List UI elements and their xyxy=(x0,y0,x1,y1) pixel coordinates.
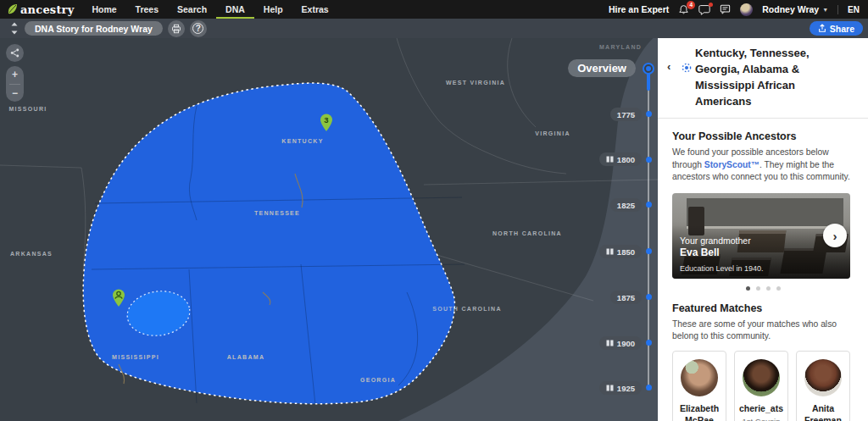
timeline-dot[interactable] xyxy=(646,202,652,208)
coastline-area xyxy=(398,38,658,421)
ancestor-name: Eva Bell xyxy=(680,247,764,260)
nav-separator xyxy=(837,5,838,14)
dna-community-map[interactable]: MISSOURI KENTUCKY WEST VIRGINIA VIRGINIA… xyxy=(0,38,658,421)
map-share-button[interactable] xyxy=(6,44,24,62)
match-card[interactable]: Anita Freeman 2nd Cousin xyxy=(796,351,850,421)
share-label: Share xyxy=(830,24,854,34)
nav-item-home[interactable]: Home xyxy=(82,0,125,19)
match-card[interactable]: Elizabeth McRae 1st Cousin xyxy=(672,351,726,421)
timeline-year-1850[interactable]: 1850 xyxy=(599,245,642,258)
community-dot-icon xyxy=(682,63,692,73)
timeline-current-marker[interactable] xyxy=(643,63,654,75)
community-title: Kentucky, Tennessee, Georgia, Alabama & … xyxy=(695,46,853,109)
ancestry-leaf-icon xyxy=(7,3,18,15)
storyscout-link[interactable]: StoryScout™ xyxy=(704,160,760,169)
notifications-button[interactable]: 4 xyxy=(678,4,689,15)
possible-ancestors-section: Your Possible Ancestors We found your po… xyxy=(658,130,868,183)
featured-matches-section: Featured Matches These are some of your … xyxy=(658,302,868,343)
timeline-dot[interactable] xyxy=(646,385,652,391)
story-card-text: Your grandmother Eva Bell Education Leve… xyxy=(680,235,764,273)
share-button[interactable]: Share xyxy=(810,21,863,36)
story-title-pill[interactable]: DNA Story for Rodney Wray xyxy=(25,21,163,36)
carousel-dot[interactable] xyxy=(766,286,771,291)
year-label: 1850 xyxy=(617,247,635,257)
record-icon xyxy=(606,385,614,391)
timeline-dot[interactable] xyxy=(646,340,652,346)
record-icon xyxy=(606,248,614,255)
nav-item-dna[interactable]: DNA xyxy=(216,0,254,19)
match-card[interactable]: cherie_ats 1st Cousin xyxy=(734,351,788,421)
print-icon xyxy=(171,24,181,34)
story-caption: Education Level in 1940. xyxy=(680,264,764,273)
language-selector[interactable]: EN xyxy=(848,5,860,14)
nav-item-trees[interactable]: Trees xyxy=(126,0,168,19)
next-story-button[interactable]: › xyxy=(823,224,847,247)
timeline-dot[interactable] xyxy=(646,157,652,163)
ancestor-cluster-marker[interactable]: 3 xyxy=(318,112,335,136)
feedback-icon xyxy=(720,4,731,14)
timeline-overview-button[interactable]: Overview xyxy=(568,59,636,77)
map-toolbar: DNA Story for Rodney Wray ? Share xyxy=(0,19,868,38)
share-icon xyxy=(818,24,826,33)
map-canvas xyxy=(0,38,658,421)
record-icon xyxy=(606,156,614,163)
user-menu[interactable]: Rodney Wray ▼ xyxy=(762,4,828,14)
timeline-year-1775[interactable]: 1775 xyxy=(610,108,642,121)
dna-story-page: ancestry Home Trees Search DNA Help Extr… xyxy=(0,0,868,421)
carousel-dot[interactable] xyxy=(756,286,760,291)
featured-matches-heading: Featured Matches xyxy=(672,302,850,314)
user-avatar[interactable] xyxy=(740,3,753,16)
match-cards: Elizabeth McRae 1st Cousin cherie_ats 1s… xyxy=(672,351,850,421)
hire-an-expert-link[interactable]: Hire an Expert xyxy=(609,4,669,14)
reorder-button[interactable] xyxy=(7,21,21,36)
photo-blackboard xyxy=(687,198,843,229)
carousel-dot[interactable] xyxy=(746,286,750,291)
match-avatar xyxy=(681,359,718,396)
notification-badge: 4 xyxy=(687,1,695,9)
possible-ancestors-heading: Your Possible Ancestors xyxy=(672,130,850,142)
timeline-year-1825[interactable]: 1825 xyxy=(610,198,642,212)
possible-ancestors-body: We found your possible ancestors below t… xyxy=(672,147,850,183)
print-button[interactable] xyxy=(168,20,185,37)
message-alert-dot xyxy=(709,3,713,7)
ancestry-logo[interactable]: ancestry xyxy=(0,3,82,16)
help-button[interactable]: ? xyxy=(190,20,207,37)
ancestor-story-card[interactable]: Your grandmother Eva Bell Education Leve… xyxy=(672,193,850,279)
carousel-dot[interactable] xyxy=(776,286,781,291)
help-icon: ? xyxy=(192,23,203,34)
up-down-arrows-icon xyxy=(9,22,19,35)
year-label: 1825 xyxy=(617,201,635,210)
match-avatar xyxy=(804,359,842,396)
timeline-dot[interactable] xyxy=(646,294,652,300)
match-name: cherie_ats xyxy=(739,403,783,414)
timeline-year-1900[interactable]: 1900 xyxy=(599,336,642,350)
timeline-dot[interactable] xyxy=(646,111,652,117)
match-relation: 1st Cousin xyxy=(743,417,781,421)
feedback-button[interactable] xyxy=(720,4,731,14)
map-zoom-control: + − xyxy=(6,66,24,102)
brand-name: ancestry xyxy=(20,3,74,16)
year-label: 1900 xyxy=(617,339,635,348)
zoom-out-button[interactable]: − xyxy=(6,85,24,102)
nav-right-cluster: Hire an Expert 4 Rodney Wray ▼ EN xyxy=(609,3,868,16)
timeline-year-1925[interactable]: 1925 xyxy=(599,381,642,395)
community-region[interactable] xyxy=(83,83,454,404)
community-detail-panel: ‹ Kentucky, Tennessee, Georgia, Alabama … xyxy=(658,38,868,421)
chevron-down-icon: ▼ xyxy=(822,7,828,13)
nav-item-help[interactable]: Help xyxy=(254,0,292,19)
panel-header: ‹ Kentucky, Tennessee, Georgia, Alabama … xyxy=(658,38,868,119)
record-icon xyxy=(606,340,614,346)
timeline-dot[interactable] xyxy=(646,248,652,254)
year-label: 1875 xyxy=(617,293,635,302)
zoom-in-button[interactable]: + xyxy=(6,66,24,84)
messages-button[interactable] xyxy=(698,4,710,15)
timeline-year-1800[interactable]: 1800 xyxy=(599,152,642,166)
nav-menu: Home Trees Search DNA Help Extras xyxy=(82,0,337,19)
timeline-year-1875[interactable]: 1875 xyxy=(610,291,642,304)
nav-item-extras[interactable]: Extras xyxy=(292,0,338,19)
ancestor-person-marker[interactable] xyxy=(110,287,127,311)
carousel-dots xyxy=(658,286,868,291)
back-button[interactable]: ‹ xyxy=(667,60,670,73)
nav-item-search[interactable]: Search xyxy=(168,0,216,19)
cluster-count: 3 xyxy=(324,115,328,125)
